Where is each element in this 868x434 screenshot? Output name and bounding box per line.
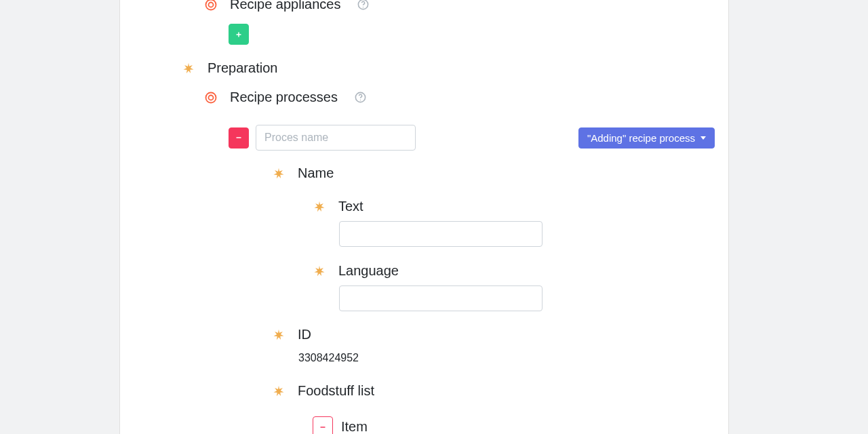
process-text-label: Text (338, 199, 363, 214)
section-appliances-label: Recipe appliances (230, 0, 340, 12)
process-name-section: Name (272, 165, 334, 181)
section-processes: Recipe processes (204, 90, 367, 105)
asterisk-icon (313, 200, 326, 214)
section-preparation: Preparation (182, 60, 277, 76)
process-name-label: Name (298, 165, 334, 181)
process-type-dropdown[interactable]: "Adding" recipe process (578, 127, 715, 149)
section-processes-label: Recipe processes (230, 90, 338, 105)
help-icon[interactable] (357, 0, 370, 11)
process-id-value: 3308424952 (298, 352, 359, 364)
svg-point-4 (206, 92, 216, 102)
section-preparation-label: Preparation (208, 60, 277, 76)
foodstuff-item-label: Item (341, 419, 368, 434)
add-appliance-button[interactable] (229, 24, 249, 45)
asterisk-icon (272, 328, 285, 342)
foodstuff-label: Foodstuff list (298, 383, 374, 399)
process-language-section: Language (313, 263, 399, 279)
target-icon (204, 0, 218, 12)
process-id-section: ID (272, 327, 311, 342)
help-icon[interactable] (354, 91, 367, 104)
remove-process-button[interactable] (229, 127, 249, 149)
remove-item-button[interactable] (313, 416, 333, 434)
asterisk-icon (182, 62, 195, 75)
svg-point-5 (209, 95, 214, 100)
asterisk-icon (272, 167, 285, 180)
svg-point-3 (363, 7, 363, 7)
svg-point-7 (360, 100, 361, 100)
process-text-section: Text (313, 199, 363, 214)
form-card: Recipe appliances Preparation Recipe pro… (119, 0, 729, 434)
process-text-input[interactable] (339, 221, 542, 247)
asterisk-icon (313, 264, 326, 278)
asterisk-icon (272, 384, 285, 398)
svg-point-1 (209, 2, 214, 7)
process-language-label: Language (338, 263, 399, 279)
process-type-dropdown-label: "Adding" recipe process (587, 133, 695, 143)
process-name-input[interactable] (256, 125, 416, 151)
chevron-down-icon (701, 136, 706, 140)
process-language-input[interactable] (339, 285, 542, 311)
target-icon (204, 91, 218, 104)
foodstuff-section: Foodstuff list (272, 383, 374, 399)
process-id-label: ID (298, 327, 311, 342)
section-appliances: Recipe appliances (204, 0, 370, 12)
